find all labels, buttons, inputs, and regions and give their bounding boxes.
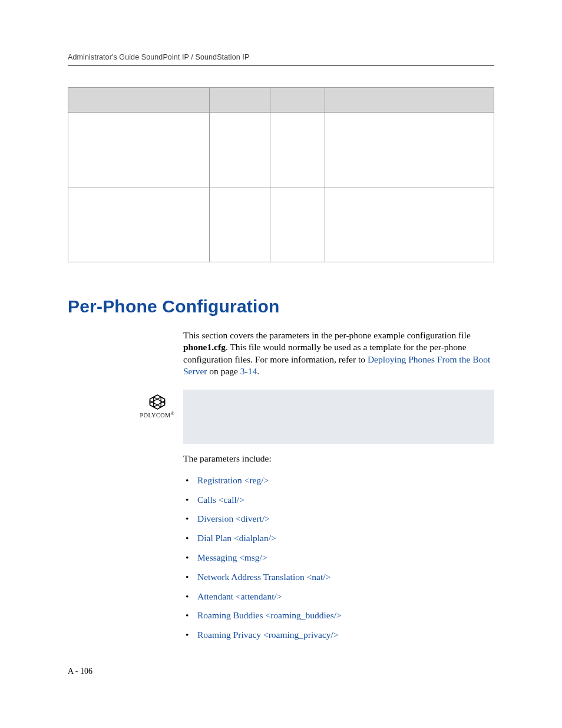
polycom-logo-icon: [148, 394, 166, 410]
intro-end: .: [257, 366, 259, 376]
list-item: Attendant <attendant/>: [197, 589, 494, 604]
table-header-row: [68, 88, 494, 113]
page-number: A - 106: [68, 667, 92, 676]
params-list: Registration <reg/> Calls <call/> Divers…: [183, 473, 494, 643]
list-item: Dial Plan <dialplan/>: [197, 531, 494, 546]
cell: [68, 113, 210, 187]
param-link-dialplan[interactable]: Dial Plan <dialplan/>: [197, 533, 276, 543]
intro-pageref[interactable]: 3-14: [240, 366, 257, 376]
cell: [210, 113, 270, 187]
cell: [270, 113, 325, 187]
th-attribute: [68, 88, 210, 113]
param-link-nat[interactable]: Network Address Translation <nat/>: [197, 572, 330, 582]
list-item: Calls <call/>: [197, 493, 494, 508]
param-link-messaging[interactable]: Messaging <msg/>: [197, 552, 267, 562]
page: Administrator's Guide SoundPoint IP / So…: [0, 0, 562, 728]
intro-after-link: on page: [207, 366, 240, 376]
cell: [270, 187, 325, 262]
intro-pre: This section covers the parameters in th…: [183, 330, 471, 340]
param-link-diversion[interactable]: Diversion <divert/>: [197, 513, 270, 523]
param-link-roaming-buddies[interactable]: Roaming Buddies <roaming_buddies/>: [197, 610, 342, 620]
params-lead: The parameters include:: [183, 453, 494, 464]
param-link-attendant[interactable]: Attendant <attendant/>: [197, 591, 282, 601]
th-default: [270, 88, 325, 113]
polycom-logo-label: POLYCOM®: [140, 411, 174, 419]
intro-paragraph: This section covers the parameters in th…: [183, 330, 494, 378]
table-row: [68, 113, 494, 187]
header-rule: [68, 65, 494, 66]
table-row: [68, 187, 494, 262]
list-item: Roaming Privacy <roaming_privacy/>: [197, 628, 494, 643]
list-item: Diversion <divert/>: [197, 512, 494, 526]
param-link-registration[interactable]: Registration <reg/>: [197, 475, 269, 485]
parameter-table: [68, 87, 494, 262]
intro-block: This section covers the parameters in th…: [183, 330, 494, 378]
cell: [210, 187, 270, 262]
section-heading: Per-Phone Configuration: [68, 297, 494, 317]
cell: [325, 187, 494, 262]
cell: [68, 187, 210, 262]
list-item: Registration <reg/>: [197, 473, 494, 488]
polycom-logo-block: POLYCOM®: [68, 390, 183, 419]
param-link-calls[interactable]: Calls <call/>: [197, 495, 244, 505]
th-interpretation: [325, 88, 494, 113]
callout-box: [183, 390, 494, 444]
params-block: The parameters include: Registration <re…: [183, 453, 494, 643]
list-item: Roaming Buddies <roaming_buddies/>: [197, 608, 494, 623]
param-link-roaming-privacy[interactable]: Roaming Privacy <roaming_privacy/>: [197, 630, 339, 640]
cell: [325, 113, 494, 187]
callout-row: POLYCOM®: [68, 390, 494, 444]
running-header: Administrator's Guide SoundPoint IP / So…: [68, 53, 494, 61]
list-item: Network Address Translation <nat/>: [197, 570, 494, 585]
th-permitted: [210, 88, 270, 113]
intro-filename: phone1.cfg: [183, 342, 226, 352]
list-item: Messaging <msg/>: [197, 551, 494, 565]
